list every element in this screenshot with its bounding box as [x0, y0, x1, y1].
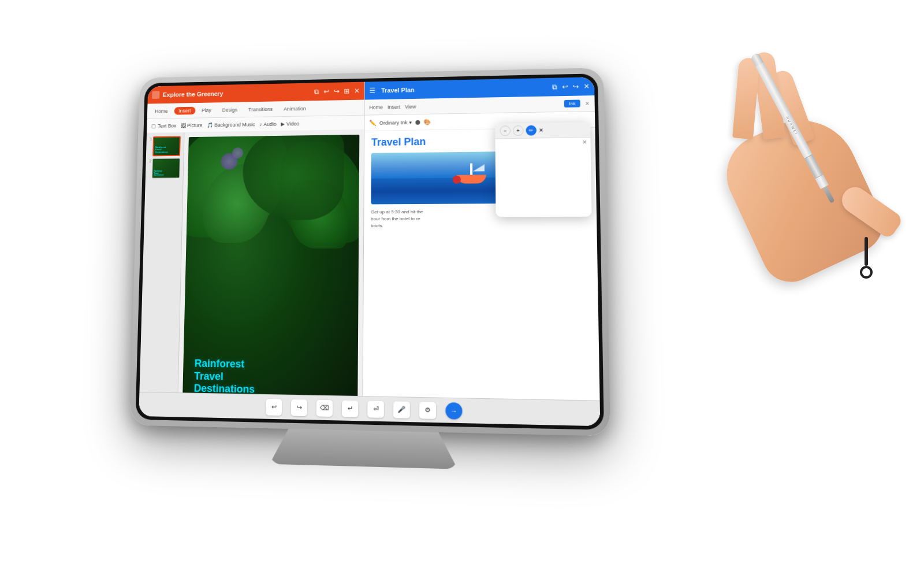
stylus-body: HUAWEI — [755, 62, 829, 189]
key-redo[interactable]: ↪ — [291, 399, 307, 416]
hand-illustration: HUAWEI — [670, 35, 889, 324]
copy-icon[interactable]: ⧉ — [314, 88, 319, 96]
ink-panel-header: − + ✏ ✕ — [495, 122, 590, 139]
middle-finger — [752, 51, 786, 140]
main-slide-canvas[interactable]: Rainforest Travel Destinations — [182, 135, 359, 416]
tab-home[interactable]: Home — [151, 107, 173, 115]
doc-tab-insert[interactable]: Insert — [388, 104, 400, 110]
tablet-screen: Explore the Greenery ⧉ ↩ ↪ ⊞ ✕ Home Inse… — [139, 77, 600, 426]
doc-text-line1: Get up at 5:30 and hit the — [371, 209, 423, 214]
tab-transitions[interactable]: Transitions — [244, 105, 277, 113]
window-controls: ⧉ ↩ ↪ ⊞ ✕ — [314, 87, 360, 95]
tab-design[interactable]: Design — [218, 106, 242, 114]
lanyard-cord — [865, 237, 868, 266]
key-enter[interactable]: ↵ — [342, 400, 358, 417]
textbox-label: Text Box — [158, 123, 177, 128]
pen-lanyard — [855, 237, 878, 277]
doc-copy-icon[interactable]: ⧉ — [552, 83, 557, 91]
key-settings[interactable]: ⚙ — [419, 402, 436, 419]
ink-handwriting-panel: − + ✏ ✕ ✕ — [495, 122, 591, 217]
video-icon: ▶ — [281, 121, 285, 127]
redo-icon[interactable]: ↪ — [334, 87, 340, 95]
slide-text-line1: Rainforest — [195, 358, 245, 370]
resize-icon[interactable]: ⊞ — [344, 87, 349, 95]
textbox-icon: ▢ — [151, 123, 157, 129]
bgmusic-label: Background Music — [214, 121, 255, 128]
slide-panel: 1 RainforestTravelDestinations 2 — [139, 133, 184, 417]
pen-icon[interactable]: ✏️ — [369, 120, 376, 126]
audio-button[interactable]: ♪ Audio — [259, 121, 276, 127]
bgmusic-icon: 🎵 — [207, 122, 213, 128]
textbox-button[interactable]: ▢ Text Box — [151, 123, 177, 128]
tablet-bezel: Explore the Greenery ⧉ ↩ ↪ ⊞ ✕ Home Inse… — [135, 73, 604, 430]
panel-close-icon[interactable]: ✕ — [539, 127, 543, 133]
audio-icon: ♪ — [259, 121, 262, 127]
menu-icon[interactable] — [152, 91, 159, 99]
lanyard-loop — [860, 266, 873, 279]
tablet-device: Explore the Greenery ⧉ ↩ ↪ ⊞ ✕ Home Inse… — [129, 68, 610, 436]
index-finger — [769, 68, 815, 146]
bgmusic-button[interactable]: 🎵 Background Music — [207, 121, 255, 128]
doc-text-line2: hour from the hotel to re — [371, 216, 420, 221]
document-title: Travel Plan — [381, 84, 549, 94]
doc-redo-icon[interactable]: ↪ — [573, 83, 579, 91]
key-backspace[interactable]: ⌫ — [316, 399, 333, 416]
audio-label: Audio — [264, 121, 277, 127]
key-return[interactable]: ⏎ — [367, 401, 384, 417]
undo-icon[interactable]: ↩ — [323, 88, 329, 96]
slide-text-line2: Travel — [194, 370, 223, 382]
slide-main-text: Rainforest Travel Destinations — [194, 358, 256, 397]
ordinary-ink-selector[interactable]: Ordinary Ink ▾ — [379, 120, 412, 126]
video-button[interactable]: ▶ Video — [281, 121, 299, 127]
ink-panel-writing-area[interactable] — [495, 146, 592, 217]
stylus-grip — [804, 154, 824, 179]
presentation-title: Explore the Greenery — [163, 88, 311, 98]
tab-animation[interactable]: Animation — [279, 105, 310, 113]
ink-color-dot[interactable] — [415, 120, 420, 124]
key-undo[interactable]: ↩ — [266, 399, 282, 416]
ink-dropdown-arrow: ▾ — [409, 120, 412, 125]
color-picker-icon[interactable]: 🎨 — [423, 119, 430, 125]
close-icon[interactable]: ✕ — [354, 87, 360, 95]
stylus: HUAWEI — [750, 52, 837, 205]
ink-write-active[interactable]: ✏ — [526, 125, 536, 136]
doc-undo-icon[interactable]: ↩ — [562, 83, 568, 91]
slide-text-overlay: Rainforest Travel Destinations — [194, 358, 256, 397]
tab-insert[interactable]: Insert — [174, 106, 195, 114]
key-mic[interactable]: 🎤 — [393, 401, 410, 418]
doc-tab-home[interactable]: Home — [369, 104, 383, 110]
doc-window-controls: ⧉ ↩ ↪ ✕ — [552, 82, 590, 91]
presentation-app: Explore the Greenery ⧉ ↩ ↪ ⊞ ✕ Home Inse… — [139, 82, 365, 421]
tab-play[interactable]: Play — [197, 106, 215, 114]
stylus-cap — [750, 52, 764, 66]
slide-thumb-2[interactable]: RainforestTravelDestinations — [152, 158, 180, 179]
video-label: Video — [286, 121, 299, 127]
doc-close-icon2[interactable]: ✕ — [585, 101, 590, 106]
tablet-stand — [270, 428, 458, 469]
zoom-out-icon[interactable]: − — [500, 125, 511, 136]
ordinary-ink-label: Ordinary Ink — [379, 120, 408, 126]
slide-thumb-1[interactable]: RainforestTravelDestinations — [153, 136, 181, 156]
doc-close-icon[interactable]: ✕ — [583, 82, 590, 90]
thumb — [837, 182, 904, 240]
panel-minimize[interactable]: ✕ — [582, 139, 587, 145]
ring-finger — [732, 57, 760, 140]
hand-palm — [713, 102, 892, 292]
stylus-tip — [822, 186, 834, 203]
picture-icon: 🖼 — [181, 123, 186, 128]
doc-text-line3: boots. — [371, 223, 383, 228]
ink-active-badge[interactable]: Ink — [564, 100, 580, 108]
content-area: 1 RainforestTravelDestinations 2 — [139, 130, 364, 421]
menu-icon-right[interactable]: ☰ — [369, 87, 375, 95]
picture-button[interactable]: 🖼 Picture — [181, 123, 203, 128]
ink-panel-tool-row: − + ✏ ✕ — [500, 125, 544, 136]
document-app: ☰ Travel Plan ⧉ ↩ ↪ ✕ Home Insert Vi — [363, 77, 600, 426]
scene: Explore the Greenery ⧉ ↩ ↪ ⊞ ✕ Home Inse… — [0, 0, 924, 578]
key-next[interactable]: → — [445, 402, 462, 420]
picture-label: Picture — [187, 123, 203, 128]
stylus-brand-text: HUAWEI — [786, 116, 799, 135]
zoom-in-icon[interactable]: + — [513, 125, 524, 136]
doc-tab-view[interactable]: View — [405, 103, 416, 109]
